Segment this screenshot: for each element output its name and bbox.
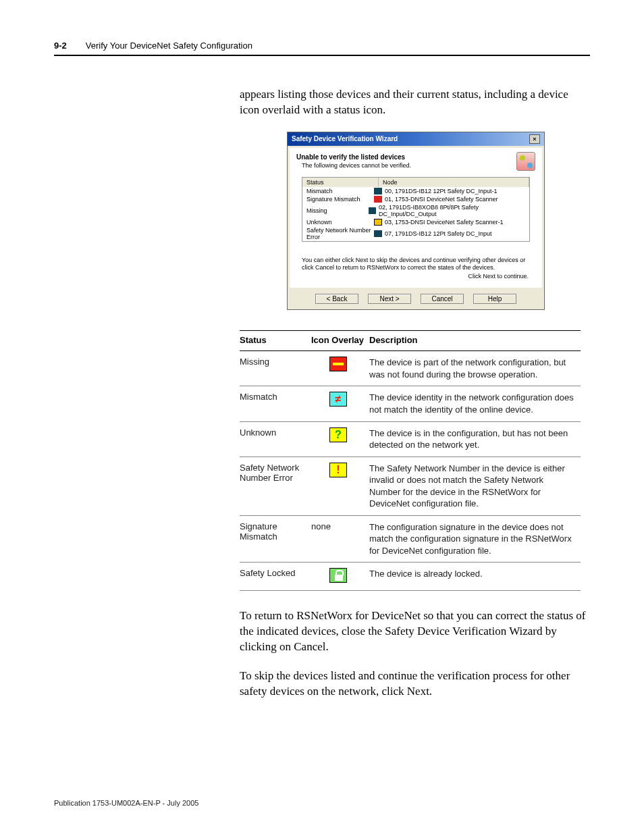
device-icon — [374, 188, 382, 194]
cell-status: Safety Network Number Error — [240, 457, 311, 515]
cell-description: The device is part of the network config… — [369, 351, 581, 386]
cell-icon: ≠ — [311, 386, 369, 421]
dialog-title-text: Safety Device Verification Wizard — [292, 135, 398, 142]
after-paragraph-2: To skip the devices listed and continue … — [240, 669, 590, 700]
device-list: Status Node Mismatch00, 1791DS-IB12 12Pt… — [302, 177, 530, 242]
dialog-footer-text: You can either click Next to skip the de… — [302, 257, 530, 272]
cell-status: Missing — [240, 351, 311, 386]
device-list-row[interactable]: Safety Network Number Error07, 1791DS-IB… — [302, 226, 529, 241]
device-list-row[interactable]: Signature Mismatch01, 1753-DNSI DeviceNe… — [302, 195, 529, 203]
cell-status: Unknown — [240, 421, 311, 457]
row-node: 07, 1791DS-IB12 12Pt Safety DC_Input — [385, 230, 492, 237]
help-button[interactable]: Help — [473, 294, 516, 304]
col-header-status[interactable]: Status — [302, 178, 379, 187]
table-row: Unknown?The device is in the configurati… — [240, 421, 581, 457]
device-list-row[interactable]: Unknown03, 1753-DNSI DeviceNet Safety Sc… — [302, 218, 529, 226]
dialog-button-row: < Back Next > Cancel Help — [288, 290, 544, 309]
row-node: 02, 1791DS-IB8XOB8 8Pt/8Pt Safety DC_Inp… — [379, 204, 525, 217]
device-icon — [374, 196, 382, 203]
row-node: 03, 1753-DNSI DeviceNet Safety Scanner-1 — [385, 219, 504, 226]
device-icon — [374, 230, 382, 237]
row-status: Missing — [306, 207, 369, 214]
dialog-heading: Unable to verify the listed devices — [296, 153, 535, 161]
locked-icon — [329, 568, 347, 583]
cell-description: The device identity in the network confi… — [369, 386, 581, 421]
cell-icon: none — [311, 515, 369, 563]
mismatch-icon: ≠ — [329, 392, 347, 407]
intro-paragraph: appears listing those devices and their … — [240, 87, 590, 118]
missing-icon — [329, 357, 347, 371]
device-list-row[interactable]: Mismatch00, 1791DS-IB12 12Pt Safety DC_I… — [302, 187, 529, 195]
row-node: 00, 1791DS-IB12 12Pt Safety DC_Input-1 — [385, 188, 498, 194]
dialog-subheading: The following devices cannot be verified… — [302, 162, 535, 169]
row-node: 01, 1753-DNSI DeviceNet Safety Scanner — [385, 196, 498, 203]
next-button[interactable]: Next > — [368, 294, 411, 304]
row-status: Unknown — [306, 219, 374, 226]
cell-status: Mismatch — [240, 386, 311, 421]
after-paragraph-1: To return to RSNetWorx for DeviceNet so … — [240, 608, 590, 655]
th-icon: Icon Overlay — [311, 331, 369, 351]
close-icon[interactable]: × — [529, 134, 540, 144]
col-header-node[interactable]: Node — [379, 178, 529, 187]
table-row: Safety Network Number Error!The Safety N… — [240, 457, 581, 515]
table-row: MissingThe device is part of the network… — [240, 351, 581, 386]
device-icon — [369, 207, 376, 214]
status-description-table: Status Icon Overlay Description MissingT… — [240, 330, 581, 591]
page-number: 9-2 — [54, 41, 67, 51]
row-status: Safety Network Number Error — [306, 227, 374, 240]
chapter-title: Verify Your DeviceNet Safety Configurati… — [86, 41, 252, 51]
table-row: Safety LockedThe device is already locke… — [240, 563, 581, 591]
device-icon — [374, 219, 382, 226]
th-status: Status — [240, 331, 311, 351]
wizard-emblem-icon — [516, 152, 535, 171]
th-description: Description — [369, 331, 581, 351]
cell-icon — [311, 351, 369, 386]
unknown-icon: ? — [329, 427, 347, 442]
dialog-titlebar: Safety Device Verification Wizard × — [288, 132, 544, 146]
table-row: Mismatch≠The device identity in the netw… — [240, 386, 581, 421]
cancel-button[interactable]: Cancel — [421, 294, 464, 304]
header-rule — [54, 55, 590, 56]
cell-status: Signature Mismatch — [240, 515, 311, 563]
cell-icon: ! — [311, 457, 369, 515]
cell-status: Safety Locked — [240, 563, 311, 591]
cell-description: The device is in the configuration, but … — [369, 421, 581, 457]
row-status: Mismatch — [306, 188, 374, 194]
back-button[interactable]: < Back — [315, 294, 358, 304]
page-header: 9-2 Verify Your DeviceNet Safety Configu… — [54, 41, 590, 51]
cell-icon — [311, 563, 369, 591]
device-list-header: Status Node — [302, 178, 529, 187]
device-list-row[interactable]: Missing02, 1791DS-IB8XOB8 8Pt/8Pt Safety… — [302, 203, 529, 218]
dialog-continue-text: Click Next to continue. — [296, 273, 529, 280]
publication-line: Publication 1753-UM002A-EN-P - July 2005 — [54, 799, 198, 807]
cell-description: The configuration signature in the devic… — [369, 515, 581, 563]
cell-description: The device is already locked. — [369, 563, 581, 591]
neterr-icon: ! — [329, 463, 347, 477]
row-status: Signature Mismatch — [306, 196, 374, 203]
cell-description: The Safety Network Number in the device … — [369, 457, 581, 515]
table-row: Signature MismatchnoneThe configuration … — [240, 515, 581, 563]
cell-icon: ? — [311, 421, 369, 457]
verification-wizard-dialog: Safety Device Verification Wizard × Unab… — [287, 132, 545, 311]
